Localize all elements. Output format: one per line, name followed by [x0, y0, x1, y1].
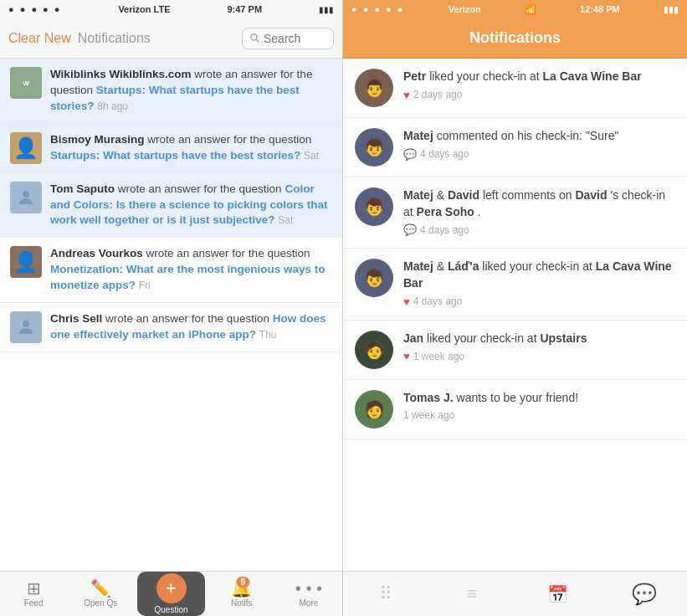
svg-point-2: [23, 191, 29, 198]
left-notif-item[interactable]: Tom Saputo wrote an answer for the quest…: [0, 173, 342, 239]
left-notif-item[interactable]: 👤 Bismoy Murasing wrote an answer for th…: [0, 124, 342, 173]
tab-question-label: Question: [154, 605, 187, 614]
tab-feed-label: Feed: [24, 598, 44, 608]
right-time: 12:48 PM: [580, 4, 620, 14]
user-name: Matej: [403, 259, 433, 273]
tab-openqs[interactable]: ✏️ Open Qs: [67, 572, 134, 616]
grid-icon: ⠿: [379, 583, 392, 605]
left-time: 9:47 PM: [227, 4, 262, 14]
calendar-icon: 📅: [547, 584, 568, 604]
right-notif-text: Jan liked your check-in at Upstairs ♥ 1 …: [403, 331, 675, 365]
left-notif-item[interactable]: 👤 Andreas Vourkos wrote an answer for th…: [0, 238, 342, 303]
right-notif-item[interactable]: 🧑 Tomas J. wants to be your friend! 1 we…: [343, 380, 687, 439]
right-notif-item[interactable]: 👦 Matej & David left comments on David '…: [343, 177, 687, 249]
person-icon: [16, 187, 36, 208]
right-notif-text: Matej & Láď'a liked your check-in at La …: [403, 259, 675, 309]
left-notif-item[interactable]: W Wikiblinks Wikiblinks.com wrote an ans…: [0, 59, 342, 124]
clear-new-button[interactable]: Clear New: [8, 31, 71, 46]
comment-icon: 💬: [403, 147, 417, 162]
author-name: Wikiblinks Wikiblinks.com: [50, 68, 192, 80]
plus-icon: +: [166, 578, 177, 599]
notif-badge: 9: [236, 577, 249, 588]
left-battery-area: ▮▮▮: [319, 5, 334, 14]
timestamp: Fri: [139, 280, 151, 291]
right-wifi-icon: 📶: [525, 4, 536, 15]
notif-sub: ♥ 2 days ago: [403, 88, 675, 103]
left-panel: ● ● ● ● ● Verizon LTE 9:47 PM ▮▮▮ Clear …: [0, 0, 343, 616]
tab-list[interactable]: ≡: [429, 572, 515, 616]
user-name: Matej: [403, 129, 433, 142]
author-name: Andreas Vourkos: [50, 247, 143, 259]
venue-name: La Cava Wine Bar: [543, 69, 642, 83]
avatar: 🧑: [355, 331, 393, 369]
tab-question[interactable]: + Question: [137, 572, 204, 616]
notif-sub: ♥ 1 week ago: [403, 349, 675, 364]
right-battery-icon: ▮▮▮: [664, 4, 679, 15]
right-notifications-list: 👨 Petr liked your check-in at La Cava Wi…: [343, 59, 687, 571]
tab-grid[interactable]: ⠿: [343, 572, 429, 616]
right-tab-bar: ⠿ ≡ 📅 💬: [343, 571, 687, 616]
avatar: 👦: [355, 259, 393, 297]
user-name: Tomas J.: [403, 391, 454, 404]
list-icon: ≡: [467, 584, 477, 603]
heart-icon: ♥: [403, 295, 410, 310]
user-name-2: Láď'a: [448, 259, 479, 273]
right-notif-item[interactable]: 👦 Matej commented on his check-in: "Sure…: [343, 118, 687, 177]
right-notif-text: Petr liked your check-in at La Cava Wine…: [403, 69, 675, 103]
avatar: [10, 311, 42, 343]
person-silhouette-icon: 👤: [13, 250, 38, 274]
right-notif-item[interactable]: 👨 Petr liked your check-in at La Cava Wi…: [343, 59, 687, 118]
heart-icon: ♥: [403, 88, 410, 103]
question-link[interactable]: Startups: What startups have the best st…: [50, 149, 300, 162]
user-name-2: David: [448, 188, 479, 202]
avatar: 👨: [355, 69, 393, 107]
timestamp: 4 days ago: [413, 295, 463, 309]
right-carrier: Verizon: [449, 4, 481, 14]
left-tab-bar: ⊞ Feed ✏️ Open Qs + Question 🔔 9 Notifs …: [0, 571, 342, 616]
right-notif-text: Matej commented on his check-in: "Sure" …: [403, 128, 675, 162]
tab-notifs-label: Notifs: [231, 598, 253, 608]
left-notif-item[interactable]: Chris Sell wrote an answer for the quest…: [0, 303, 342, 352]
right-notif-text: Matej & David left comments on David 's …: [403, 187, 675, 238]
author-name: Tom Saputo: [50, 182, 115, 195]
question-link[interactable]: Monetization: What are the most ingeniou…: [50, 263, 326, 291]
notif-sub: ♥ 4 days ago: [403, 295, 675, 310]
venue-name: Upstairs: [540, 331, 587, 345]
left-notifications-list: W Wikiblinks Wikiblinks.com wrote an ans…: [0, 59, 342, 571]
author-name: Chris Sell: [50, 312, 102, 325]
avatar: 👦: [355, 187, 393, 226]
left-signal-dots: ● ● ● ● ●: [8, 4, 61, 14]
search-icon: [249, 33, 260, 44]
right-status-bar: ● ● ● ● ● Verizon 📶 12:48 PM ▮▮▮: [343, 0, 687, 18]
tab-more[interactable]: • • • More: [275, 572, 342, 616]
left-battery-icon: ▮▮▮: [319, 5, 334, 14]
right-notif-item[interactable]: 🧑 Jan liked your check-in at Upstairs ♥ …: [343, 321, 687, 380]
avatar: 👤: [10, 246, 42, 278]
timestamp: 4 days ago: [420, 223, 469, 238]
left-notif-text: Tom Saputo wrote an answer for the quest…: [50, 182, 332, 229]
tab-feed[interactable]: ⊞ Feed: [0, 572, 67, 616]
right-header: Notifications: [343, 18, 687, 59]
venue-name: Pera Soho: [417, 205, 474, 218]
left-status-bar: ● ● ● ● ● Verizon LTE 9:47 PM ▮▮▮: [0, 0, 342, 18]
tab-chat[interactable]: 💬: [601, 572, 687, 616]
tab-notifs[interactable]: 🔔 9 Notifs: [208, 572, 275, 616]
user-name: Matej: [403, 188, 433, 202]
person-icon: [16, 317, 36, 337]
svg-line-1: [256, 39, 259, 42]
right-panel: ● ● ● ● ● Verizon 📶 12:48 PM ▮▮▮ Notific…: [343, 0, 687, 616]
tab-calendar[interactable]: 📅: [515, 572, 602, 616]
heart-icon: ♥: [403, 349, 410, 364]
author-name: Bismoy Murasing: [50, 133, 145, 146]
left-carrier: Verizon LTE: [118, 4, 170, 14]
svg-point-3: [23, 321, 29, 327]
left-notifications-title: Notifications: [78, 31, 235, 46]
right-notif-text: Tomas J. wants to be your friend! 1 week…: [403, 390, 675, 423]
timestamp: 4 days ago: [420, 147, 469, 162]
search-input[interactable]: [264, 32, 322, 45]
timestamp: Sat: [278, 214, 293, 226]
user-name: Jan: [403, 331, 423, 345]
search-box[interactable]: [242, 28, 334, 49]
avatar: 👦: [355, 128, 393, 167]
right-notif-item[interactable]: 👦 Matej & Láď'a liked your check-in at L…: [343, 249, 687, 320]
